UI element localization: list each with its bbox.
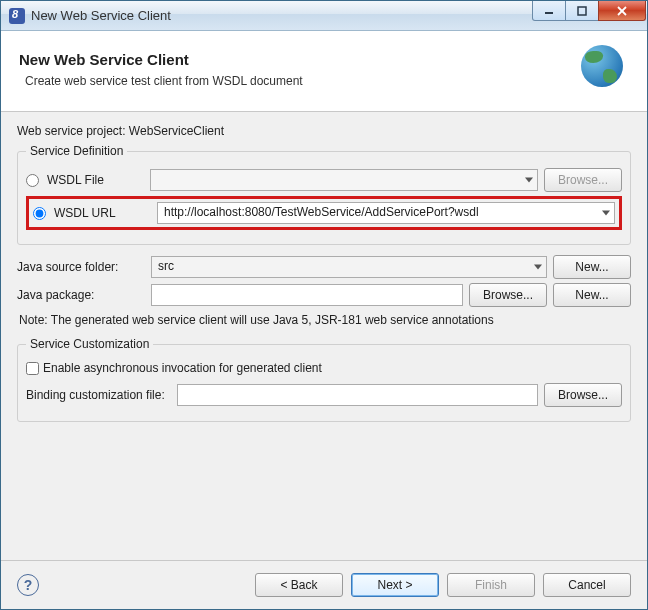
banner-heading: New Web Service Client <box>19 51 581 68</box>
svg-rect-1 <box>578 7 586 15</box>
project-line: Web service project: WebServiceClient <box>17 124 631 138</box>
help-icon[interactable]: ? <box>17 574 39 596</box>
java-package-new-button[interactable]: New... <box>553 283 631 307</box>
binding-label: Binding customization file: <box>26 388 165 402</box>
java-package-label: Java package: <box>17 288 145 302</box>
java-source-row: Java source folder: src New... <box>17 255 631 279</box>
wsdl-url-value: http://localhost:8080/TestWebService/Add… <box>164 205 479 219</box>
java-source-label: Java source folder: <box>17 260 145 274</box>
async-row: Enable asynchronous invocation for gener… <box>26 361 622 375</box>
binding-browse-button[interactable]: Browse... <box>544 383 622 407</box>
java-source-value: src <box>158 259 174 273</box>
wizard-banner: New Web Service Client Create web servic… <box>1 31 647 112</box>
note-text: Note: The generated web service client w… <box>19 313 631 327</box>
window-title: New Web Service Client <box>31 8 533 23</box>
maximize-button[interactable] <box>565 1 599 21</box>
service-customization-legend: Service Customization <box>26 337 153 351</box>
project-label: Web service project: <box>17 124 126 138</box>
app-icon <box>9 8 25 24</box>
wsdl-file-row: WSDL File Browse... <box>26 168 622 192</box>
chevron-down-icon <box>534 265 542 270</box>
close-button[interactable] <box>598 1 646 21</box>
cancel-button[interactable]: Cancel <box>543 573 631 597</box>
next-button[interactable]: Next > <box>351 573 439 597</box>
wsdl-file-label-text: WSDL File <box>47 173 104 187</box>
binding-row: Binding customization file: Browse... <box>26 383 622 407</box>
chevron-down-icon <box>525 178 533 183</box>
wsdl-url-radio[interactable] <box>33 207 46 220</box>
chevron-down-icon <box>602 211 610 216</box>
wsdl-url-radio-label[interactable]: WSDL URL <box>33 206 151 220</box>
java-package-row: Java package: Browse... New... <box>17 283 631 307</box>
minimize-button[interactable] <box>532 1 566 21</box>
wsdl-file-radio-label[interactable]: WSDL File <box>26 173 144 187</box>
wsdl-file-radio[interactable] <box>26 174 39 187</box>
banner-subtitle: Create web service test client from WSDL… <box>25 74 581 88</box>
service-definition-legend: Service Definition <box>26 144 127 158</box>
wsdl-file-combo[interactable] <box>150 169 538 191</box>
java-package-input[interactable] <box>151 284 463 306</box>
window-controls <box>533 1 647 30</box>
dialog-window: New Web Service Client New Web Service C… <box>0 0 648 610</box>
service-customization-group: Service Customization Enable asynchronou… <box>17 337 631 422</box>
binding-file-input[interactable] <box>177 384 538 406</box>
globe-icon <box>581 45 629 93</box>
wsdl-url-highlight: WSDL URL http://localhost:8080/TestWebSe… <box>26 196 622 230</box>
java-package-browse-button[interactable]: Browse... <box>469 283 547 307</box>
finish-button[interactable]: Finish <box>447 573 535 597</box>
wsdl-url-combo[interactable]: http://localhost:8080/TestWebService/Add… <box>157 202 615 224</box>
async-checkbox[interactable] <box>26 362 39 375</box>
project-value: WebServiceClient <box>129 124 224 138</box>
service-definition-group: Service Definition WSDL File Browse... <box>17 144 631 245</box>
title-bar[interactable]: New Web Service Client <box>1 1 647 31</box>
java-source-combo[interactable]: src <box>151 256 547 278</box>
back-button[interactable]: < Back <box>255 573 343 597</box>
wizard-content: Web service project: WebServiceClient Se… <box>1 112 647 560</box>
java-source-new-button[interactable]: New... <box>553 255 631 279</box>
wsdl-file-browse-button[interactable]: Browse... <box>544 168 622 192</box>
wsdl-url-label-text: WSDL URL <box>54 206 116 220</box>
wizard-footer: ? < Back Next > Finish Cancel <box>1 560 647 609</box>
async-label: Enable asynchronous invocation for gener… <box>43 361 322 375</box>
